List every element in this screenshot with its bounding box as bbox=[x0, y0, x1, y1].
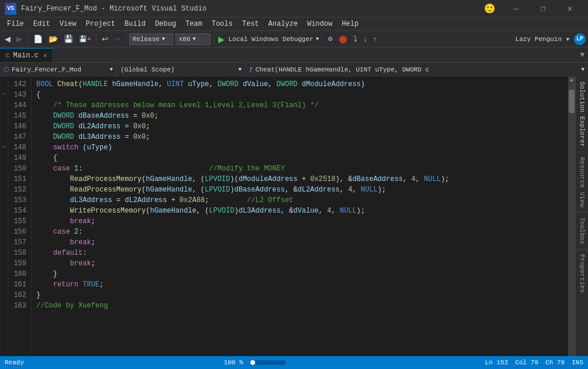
user-label: Lazy Penguin bbox=[515, 36, 562, 43]
project-icon: ⬡ bbox=[4, 66, 9, 73]
status-ln: Ln 152 bbox=[485, 359, 508, 366]
status-ch: Ch 79 bbox=[545, 359, 565, 366]
open-file-button[interactable]: 📂 bbox=[46, 33, 60, 45]
nav-bar: ⬡ Fairy_Fencer_F_Mod ▼ (Global Scope) ▼ … bbox=[0, 63, 588, 77]
config-chevron-icon: ▼ bbox=[162, 36, 165, 42]
code-gutter: − − bbox=[0, 77, 8, 362]
toolbar-separator-5 bbox=[322, 34, 322, 45]
maximize-button[interactable]: ❐ bbox=[529, 0, 556, 18]
back-button[interactable]: ◀ bbox=[2, 33, 13, 45]
nav-project-dropdown[interactable]: ⬡ Fairy_Fencer_F_Mod ▼ bbox=[0, 63, 117, 77]
toolbar: ◀ ▶ 📄 📂 💾 💾+ ↩ ↪ Release ▼ x86 ▼ ▶ Local… bbox=[0, 31, 588, 47]
func-icon: ƒ bbox=[249, 66, 253, 73]
step-out-button[interactable]: ↑ bbox=[371, 33, 380, 45]
toolbox-panel[interactable]: Toolbox bbox=[576, 213, 588, 250]
toolbar-separator-4 bbox=[214, 34, 214, 45]
nav-project-chevron: ▼ bbox=[110, 67, 113, 73]
scroll-thumb[interactable] bbox=[569, 90, 575, 113]
save-button[interactable]: 💾 bbox=[61, 33, 75, 45]
title-bar: VS Fairy_Fencer_F_Mod - Microsoft Visual… bbox=[0, 0, 588, 18]
solution-explorer-panel[interactable]: Solution Explorer bbox=[576, 77, 588, 152]
toolbar-separator-3 bbox=[126, 34, 126, 45]
title-text: Fairy_Fencer_F_Mod - Microsoft Visual St… bbox=[21, 5, 484, 13]
right-panels: Solution Explorer Resource View Toolbox … bbox=[575, 77, 588, 362]
tab-bar: C Main.c ✕ ▼ bbox=[0, 47, 588, 63]
title-controls: — ❐ ✕ bbox=[503, 0, 583, 18]
start-debug-button[interactable]: ▶ bbox=[217, 35, 226, 44]
save-all-button[interactable]: 💾+ bbox=[77, 34, 93, 44]
tab-main-c-label: Main.c bbox=[13, 52, 39, 60]
status-zoom: 100 % bbox=[223, 359, 243, 366]
menu-team[interactable]: Team bbox=[181, 18, 207, 31]
breakpoint-button[interactable]: ⬤ bbox=[336, 33, 350, 45]
smiley-icon: 🙂 bbox=[484, 3, 496, 15]
menu-help[interactable]: Help bbox=[337, 18, 363, 31]
nav-scope-dropdown[interactable]: (Global Scope) ▼ bbox=[117, 63, 246, 77]
step-over-button[interactable]: ⤵ bbox=[351, 33, 360, 45]
nav-scope-label: (Global Scope) bbox=[121, 66, 174, 73]
tab-close-button[interactable]: ✕ bbox=[43, 52, 47, 59]
platform-chevron-icon: ▼ bbox=[192, 36, 195, 42]
minimize-button[interactable]: — bbox=[503, 0, 529, 18]
collapse-icon-1[interactable]: − bbox=[2, 90, 5, 100]
platform-value: x86 bbox=[178, 36, 190, 43]
nav-scope-chevron: ▼ bbox=[239, 67, 242, 73]
scroll-track bbox=[568, 84, 575, 355]
config-dropdown[interactable]: Release ▼ bbox=[129, 33, 173, 45]
nav-project-label: Fairy_Fencer_F_Mod bbox=[12, 66, 81, 73]
menu-file[interactable]: File bbox=[2, 18, 29, 31]
menu-edit[interactable]: Edit bbox=[29, 18, 55, 31]
menu-tools[interactable]: Tools bbox=[207, 18, 238, 31]
attach-button[interactable]: ⚙ bbox=[325, 35, 335, 43]
collapse-icon-2[interactable]: − bbox=[2, 142, 5, 153]
menu-test[interactable]: Test bbox=[238, 18, 264, 31]
menu-debug[interactable]: Debug bbox=[150, 18, 181, 31]
platform-dropdown[interactable]: x86 ▼ bbox=[176, 33, 211, 45]
code-content[interactable]: BOOL Cheat(HANDLE hGameHandle, UINT uTyp… bbox=[32, 77, 568, 362]
menu-project[interactable]: Project bbox=[81, 18, 119, 31]
menu-window[interactable]: Window bbox=[302, 18, 337, 31]
undo-button[interactable]: ↩ bbox=[99, 33, 111, 45]
status-ready: Ready bbox=[5, 359, 24, 366]
menu-analyze[interactable]: Analyze bbox=[264, 18, 302, 31]
close-button[interactable]: ✕ bbox=[556, 0, 583, 18]
status-ins: INS bbox=[572, 359, 583, 366]
vertical-scrollbar[interactable]: ▲ ▼ bbox=[568, 77, 575, 362]
nav-func-dropdown[interactable]: ƒ Cheat(HANDLE hGameHandle, UINT uType, … bbox=[246, 63, 588, 77]
properties-panel[interactable]: Properties bbox=[576, 250, 588, 298]
status-bar: Ready 100 % Ln 152 Col 79 Ch 79 INS bbox=[0, 356, 588, 369]
menu-bar: File Edit View Project Build Debug Team … bbox=[0, 18, 588, 31]
debug-label: Local Windows Debugger bbox=[228, 36, 313, 43]
menu-build[interactable]: Build bbox=[120, 18, 150, 31]
redo-button[interactable]: ↪ bbox=[112, 33, 123, 45]
new-file-button[interactable]: 📄 bbox=[31, 33, 45, 45]
step-in-button[interactable]: ↓ bbox=[361, 33, 370, 45]
vs-logo: VS bbox=[5, 3, 16, 15]
config-value: Release bbox=[132, 36, 159, 43]
toolbar-separator-2 bbox=[96, 34, 97, 45]
tab-main-c[interactable]: C Main.c ✕ bbox=[0, 48, 53, 62]
line-numbers: 142 143 144 145 146 147 148 149 150 151 … bbox=[8, 77, 32, 362]
status-col: Col 79 bbox=[515, 359, 539, 366]
user-dropdown-button[interactable]: ▼ bbox=[563, 35, 573, 43]
editor-body: − − 142 143 144 145 146 147 148 149 150 … bbox=[0, 77, 588, 362]
nav-func-chevron: ▼ bbox=[582, 67, 584, 73]
user-avatar: LP bbox=[574, 33, 586, 45]
toolbar-separator-1 bbox=[27, 34, 28, 45]
debug-dropdown-icon[interactable]: ▼ bbox=[316, 36, 319, 42]
tab-file-icon: C bbox=[6, 52, 10, 59]
nav-func-label: Cheat(HANDLE hGameHandle, UINT uType, DW… bbox=[256, 66, 429, 73]
forward-button[interactable]: ▶ bbox=[14, 33, 25, 45]
zoom-scrollbar[interactable] bbox=[250, 360, 286, 365]
resource-view-panel[interactable]: Resource View bbox=[576, 152, 588, 213]
tab-overflow-button[interactable]: ▼ bbox=[577, 48, 588, 62]
scroll-up-button[interactable]: ▲ bbox=[568, 77, 575, 84]
menu-view[interactable]: View bbox=[55, 18, 81, 31]
